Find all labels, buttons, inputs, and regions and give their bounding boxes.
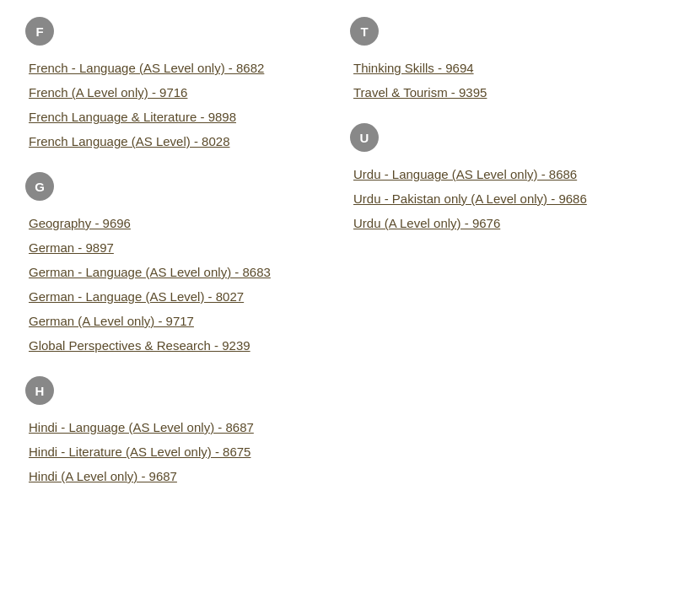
section-U: UUrdu - Language (AS Level only) - 8686U… — [350, 123, 658, 230]
subject-link[interactable]: German - Language (AS Level) - 8027 — [29, 289, 244, 304]
subject-link[interactable]: Urdu (A Level only) - 9676 — [353, 216, 500, 230]
letter-badge-T: T — [350, 17, 379, 46]
list-item: Hindi (A Level only) - 9687 — [29, 469, 333, 483]
subject-link[interactable]: Travel & Tourism - 9395 — [353, 85, 487, 100]
subject-link[interactable]: Hindi (A Level only) - 9687 — [29, 469, 177, 483]
list-item: French (A Level only) - 9716 — [29, 85, 333, 100]
list-item: Geography - 9696 — [29, 216, 333, 230]
column-1: TThinking Skills - 9694Travel & Tourism … — [350, 17, 675, 507]
subject-link[interactable]: French Language (AS Level) - 8028 — [29, 134, 229, 148]
letter-badge-H: H — [25, 376, 54, 405]
list-item: Urdu - Language (AS Level only) - 8686 — [353, 167, 658, 181]
section-G: GGeography - 9696German - 9897German - L… — [25, 172, 333, 353]
list-item: French Language (AS Level) - 8028 — [29, 134, 333, 148]
list-item: Travel & Tourism - 9395 — [353, 85, 658, 100]
subject-link[interactable]: Hindi - Language (AS Level only) - 8687 — [29, 420, 254, 434]
subject-link[interactable]: Geography - 9696 — [29, 216, 131, 230]
link-list-H: Hindi - Language (AS Level only) - 8687H… — [29, 420, 333, 483]
list-item: German - Language (AS Level) - 8027 — [29, 289, 333, 304]
section-F: FFrench - Language (AS Level only) - 868… — [25, 17, 333, 148]
letter-badge-U: U — [350, 123, 379, 152]
subject-link[interactable]: Global Perspectives & Research - 9239 — [29, 338, 250, 353]
letter-badge-F: F — [25, 17, 54, 46]
list-item: Urdu (A Level only) - 9676 — [353, 216, 658, 230]
column-0: FFrench - Language (AS Level only) - 868… — [25, 17, 350, 507]
list-item: French - Language (AS Level only) - 8682 — [29, 61, 333, 75]
list-item: Hindi - Literature (AS Level only) - 867… — [29, 445, 333, 459]
subject-link[interactable]: Urdu - Pakistan only (A Level only) - 96… — [353, 191, 587, 206]
subject-link[interactable]: French Language & Literature - 9898 — [29, 110, 236, 124]
list-item: Urdu - Pakistan only (A Level only) - 96… — [353, 191, 658, 206]
list-item: German (A Level only) - 9717 — [29, 314, 333, 328]
subject-link[interactable]: Thinking Skills - 9694 — [353, 61, 474, 75]
section-H: HHindi - Language (AS Level only) - 8687… — [25, 376, 333, 483]
subject-link[interactable]: French - Language (AS Level only) - 8682 — [29, 61, 264, 75]
link-list-G: Geography - 9696German - 9897German - La… — [29, 216, 333, 353]
list-item: German - 9897 — [29, 240, 333, 255]
subject-link[interactable]: French (A Level only) - 9716 — [29, 85, 187, 100]
list-item: German - Language (AS Level only) - 8683 — [29, 265, 333, 279]
subject-link[interactable]: German - 9897 — [29, 240, 114, 255]
list-item: French Language & Literature - 9898 — [29, 110, 333, 124]
subject-link[interactable]: Urdu - Language (AS Level only) - 8686 — [353, 167, 577, 181]
subject-link[interactable]: German (A Level only) - 9717 — [29, 314, 194, 328]
subject-link[interactable]: German - Language (AS Level only) - 8683 — [29, 265, 271, 279]
link-list-T: Thinking Skills - 9694Travel & Tourism -… — [353, 61, 658, 100]
main-columns: FFrench - Language (AS Level only) - 868… — [25, 17, 675, 507]
subject-link[interactable]: Hindi - Literature (AS Level only) - 867… — [29, 445, 250, 459]
letter-badge-G: G — [25, 172, 54, 201]
list-item: Hindi - Language (AS Level only) - 8687 — [29, 420, 333, 434]
link-list-U: Urdu - Language (AS Level only) - 8686Ur… — [353, 167, 658, 230]
link-list-F: French - Language (AS Level only) - 8682… — [29, 61, 333, 148]
list-item: Thinking Skills - 9694 — [353, 61, 658, 75]
section-T: TThinking Skills - 9694Travel & Tourism … — [350, 17, 658, 100]
list-item: Global Perspectives & Research - 9239 — [29, 338, 333, 353]
